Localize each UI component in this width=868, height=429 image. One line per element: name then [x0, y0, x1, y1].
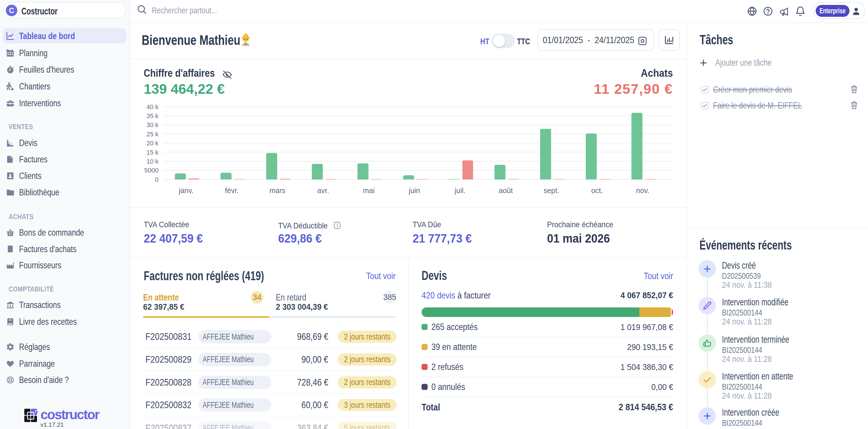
svg-text:15 k: 15 k [146, 149, 159, 156]
svg-text:mai: mai [363, 187, 374, 195]
svg-text:25 k: 25 k [146, 131, 159, 138]
svg-text:avr.: avr. [317, 187, 329, 195]
svg-text:janv.: janv. [178, 187, 193, 195]
svg-text:juil.: juil. [454, 187, 466, 195]
svg-text:35 k: 35 k [146, 112, 159, 119]
svg-text:0: 0 [155, 176, 158, 183]
svg-text:févr.: févr. [225, 187, 239, 195]
svg-text:sept.: sept. [544, 187, 559, 195]
svg-text:août: août [499, 187, 513, 195]
svg-text:20 k: 20 k [146, 140, 159, 147]
svg-text:10 k: 10 k [146, 158, 159, 165]
svg-text:mars: mars [270, 187, 286, 195]
svg-text:nov.: nov. [636, 187, 649, 195]
svg-text:juin: juin [408, 187, 420, 195]
svg-text:5000: 5000 [144, 167, 158, 174]
svg-text:30 k: 30 k [146, 121, 159, 128]
svg-text:40 k: 40 k [146, 103, 159, 111]
svg-text:oct.: oct. [591, 187, 603, 195]
